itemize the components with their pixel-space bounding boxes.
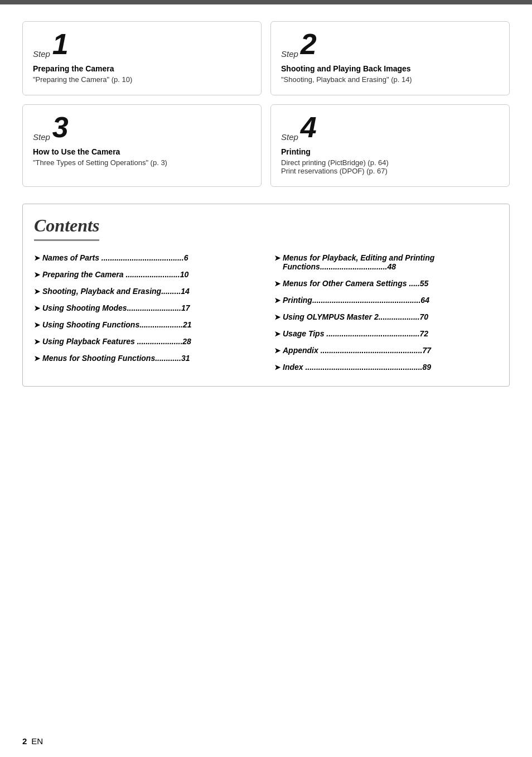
toc-left-item: ➤Using Shooting Modes...................… [34, 300, 258, 316]
step-2-number: 2 [301, 30, 317, 59]
contents-left-col: ➤Names of Parts ........................… [34, 250, 258, 375]
page-number: 2 [22, 736, 27, 746]
toc-arrow: ➤ [34, 254, 40, 262]
step-3-desc: "Three Types of Setting Operations" (p. … [33, 158, 251, 167]
toc-right-item: ➤Using OLYMPUS Master 2.................… [274, 309, 498, 325]
toc-arrow: ➤ [34, 304, 40, 312]
toc-item-text: Index ..................................… [283, 363, 498, 372]
toc-arrow: ➤ [34, 271, 40, 279]
toc-item-text: Using Shooting Functions................… [42, 320, 258, 329]
step-3-title: How to Use the Camera [33, 147, 251, 156]
toc-item-text: Preparing the Camera ...................… [42, 270, 258, 279]
toc-arrow: ➤ [274, 313, 280, 321]
toc-item-text: Using Shooting Modes....................… [42, 303, 258, 312]
toc-arrow: ➤ [274, 296, 280, 305]
step-4-label: Step [281, 132, 298, 142]
toc-left-item: ➤Preparing the Camera ..................… [34, 267, 258, 282]
contents-title: Contents [34, 215, 99, 241]
toc-item-text: Printing................................… [283, 296, 498, 305]
toc-right-item: ➤Usage Tips ............................… [274, 326, 498, 341]
contents-section: Contents ➤Names of Parts ...............… [22, 204, 510, 387]
step-3-header: Step 3 [33, 113, 251, 142]
step-3-label: Step [33, 132, 50, 142]
step-1-number: 1 [52, 30, 69, 59]
contents-right-col: ➤Menus for Playback, Editing and Printin… [274, 250, 498, 375]
step-3-number: 3 [52, 113, 69, 142]
contents-grid: ➤Names of Parts ........................… [34, 250, 498, 375]
toc-left-item: ➤Menus for Shooting Functions...........… [34, 350, 258, 366]
toc-item-text: Menus for Shooting Functions............… [42, 354, 258, 363]
step-2-desc: "Shooting, Playback and Erasing" (p. 14) [281, 75, 499, 84]
toc-arrow: ➤ [34, 287, 40, 296]
toc-left-item: ➤Using Playback Features ...............… [34, 334, 258, 349]
step-1-header: Step 1 [33, 30, 251, 59]
toc-right-item: ➤Index .................................… [274, 359, 498, 375]
toc-arrow: ➤ [274, 346, 280, 355]
step-1-desc: "Preparing the Camera" (p. 10) [33, 75, 251, 84]
page-footer: 2 EN [22, 736, 43, 746]
toc-left-item: ➤Shooting, Playback and Erasing.........… [34, 283, 258, 299]
toc-item-text: Appendix ...............................… [283, 346, 498, 355]
page-content: Step 1 Preparing the Camera "Preparing t… [0, 4, 532, 426]
top-bar [0, 0, 532, 4]
toc-item-text: Menus for Playback, Editing and Printing… [283, 253, 498, 271]
toc-left-item: ➤Names of Parts ........................… [34, 250, 258, 266]
toc-item-text: Usage Tips .............................… [283, 329, 498, 338]
step-4-title: Printing [281, 147, 499, 156]
toc-right-item: ➤Menus for Other Camera Settings .....55 [274, 276, 498, 291]
toc-arrow: ➤ [274, 254, 280, 262]
toc-right-item: ➤Menus for Playback, Editing and Printin… [274, 250, 498, 274]
step-2-box: Step 2 Shooting and Playing Back Images … [270, 21, 510, 95]
step-2-header: Step 2 [281, 30, 499, 59]
step-4-box: Step 4 Printing Direct printing (PictBri… [270, 104, 510, 187]
step-1-box: Step 1 Preparing the Camera "Preparing t… [22, 21, 262, 95]
toc-arrow: ➤ [34, 321, 40, 329]
toc-arrow: ➤ [274, 363, 280, 372]
step-4-number: 4 [301, 113, 317, 142]
toc-right-item: ➤Printing...............................… [274, 292, 498, 308]
step-2-title: Shooting and Playing Back Images [281, 64, 499, 73]
toc-item-text: Menus for Other Camera Settings .....55 [283, 279, 498, 288]
toc-arrow: ➤ [274, 279, 280, 288]
step-4-desc-line1: Direct printing (PictBridge) (p. 64)Prin… [281, 158, 499, 175]
step-4-header: Step 4 [281, 113, 499, 142]
toc-right-item: ➤Appendix ..............................… [274, 343, 498, 358]
step-2-label: Step [281, 49, 298, 59]
toc-item-text: Using Playback Features ................… [42, 337, 258, 346]
toc-arrow: ➤ [34, 337, 40, 346]
step-1-title: Preparing the Camera [33, 64, 251, 73]
toc-item-text: Using OLYMPUS Master 2..................… [283, 312, 498, 321]
toc-left-item: ➤Using Shooting Functions...............… [34, 317, 258, 332]
toc-arrow: ➤ [34, 354, 40, 363]
step-3-box: Step 3 How to Use the Camera "Three Type… [22, 104, 262, 187]
steps-grid: Step 1 Preparing the Camera "Preparing t… [22, 21, 510, 187]
step-1-label: Step [33, 49, 50, 59]
toc-item-text: Names of Parts .........................… [42, 253, 258, 262]
page-lang: EN [31, 736, 43, 746]
toc-item-text: Shooting, Playback and Erasing.........1… [42, 287, 258, 296]
toc-arrow: ➤ [274, 330, 280, 338]
